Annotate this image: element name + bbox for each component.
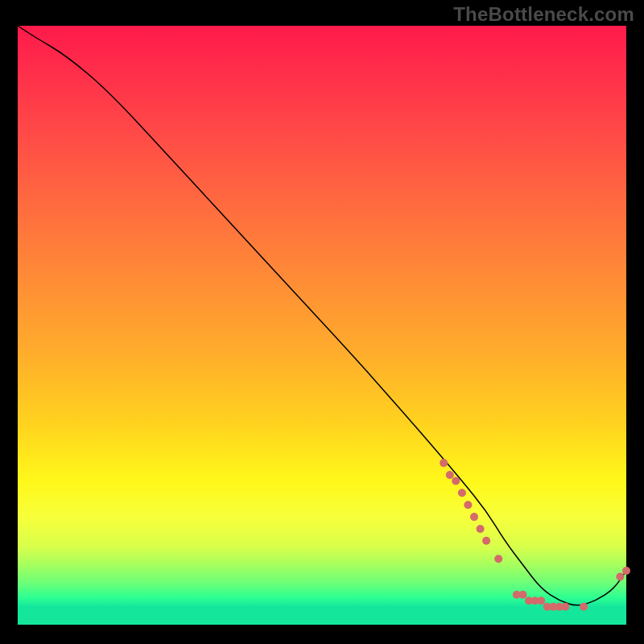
scatter-dot [464,501,472,509]
plot-area [18,26,626,625]
scatter-dot [616,573,624,581]
scatter-dot [580,603,588,611]
scatter-dot [470,513,478,521]
scatter-dot [452,477,460,485]
chart-stage: TheBottleneck.com [0,0,644,644]
scatter-dot [446,471,454,479]
chart-overlay [18,26,626,625]
scatter-dot [482,537,490,545]
scatter-dot [519,591,527,599]
scatter-dots [440,459,630,611]
scatter-dot [477,525,485,533]
scatter-dot [458,489,466,497]
scatter-dot [622,567,630,575]
scatter-dot [494,555,502,563]
watermark-text: TheBottleneck.com [453,3,634,26]
curve-line [18,26,626,605]
scatter-dot [537,597,545,605]
scatter-dot [561,603,569,611]
scatter-dot [440,459,448,467]
